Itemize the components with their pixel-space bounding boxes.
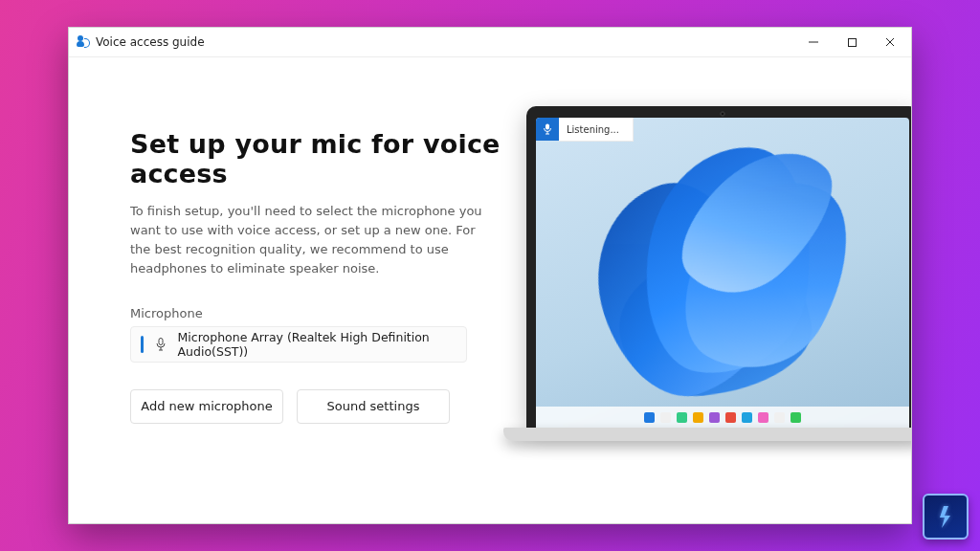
taskbar-icon	[709, 412, 720, 423]
microphone-label: Microphone	[130, 306, 513, 320]
window-title: Voice access guide	[96, 35, 205, 49]
titlebar: Voice access guide	[69, 28, 911, 57]
sound-settings-button[interactable]: Sound settings	[297, 389, 450, 424]
window-controls	[794, 28, 909, 56]
taskbar-icon	[660, 412, 671, 423]
laptop-screen: Listening...	[536, 118, 909, 428]
laptop-preview: Listening...	[526, 106, 912, 428]
voice-access-guide-window: Voice access guide Set up your mic for v…	[68, 27, 912, 524]
laptop-base	[503, 428, 912, 441]
voice-access-bar: Listening...	[536, 118, 634, 141]
close-button[interactable]	[871, 28, 909, 56]
maximize-button[interactable]	[833, 28, 871, 56]
action-row: Add new microphone Sound settings	[130, 389, 513, 424]
add-new-microphone-button[interactable]: Add new microphone	[130, 389, 283, 424]
svg-rect-1	[159, 338, 163, 344]
svg-rect-2	[546, 124, 549, 130]
selection-accent	[141, 336, 144, 353]
microphone-icon	[155, 338, 167, 351]
microphone-selector[interactable]: Microphone Array (Realtek High Definitio…	[130, 326, 467, 363]
svg-rect-0	[848, 38, 856, 46]
taskbar-icon	[693, 412, 703, 423]
taskbar-icon	[644, 412, 655, 423]
windows-bloom-wallpaper	[562, 118, 868, 404]
minimize-button[interactable]	[794, 28, 833, 56]
corner-badge-icon[interactable]	[923, 494, 969, 540]
preview-taskbar	[536, 407, 909, 428]
selected-microphone-name: Microphone Array (Realtek High Definitio…	[178, 330, 457, 359]
listening-mic-icon	[536, 118, 559, 141]
listening-status-label: Listening...	[559, 118, 634, 142]
taskbar-icon	[791, 412, 801, 423]
setup-panel: Set up your mic for voice access To fini…	[130, 129, 513, 424]
taskbar-icon	[758, 412, 768, 423]
page-heading: Set up your mic for voice access	[130, 129, 513, 188]
desktop-background: Voice access guide Set up your mic for v…	[0, 0, 980, 551]
window-body: Set up your mic for voice access To fini…	[69, 56, 911, 523]
laptop-camera	[720, 111, 725, 117]
voice-access-app-icon	[77, 35, 90, 49]
titlebar-left: Voice access guide	[77, 35, 205, 49]
taskbar-icon	[774, 412, 785, 423]
taskbar-icon	[677, 412, 687, 423]
page-description: To finish setup, you'll need to select t…	[130, 202, 484, 279]
taskbar-icon	[742, 412, 752, 423]
taskbar-icon	[725, 412, 736, 423]
